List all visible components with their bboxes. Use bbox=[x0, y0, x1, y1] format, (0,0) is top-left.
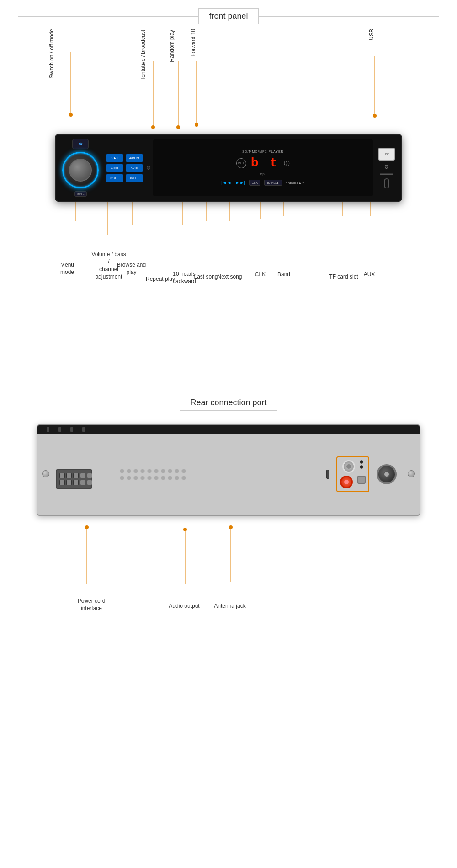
small-dot-2 bbox=[360, 465, 363, 469]
stereo-left-controls: ☎ MUTE bbox=[62, 139, 99, 197]
rear-vent-4 bbox=[82, 427, 85, 432]
power-connector-area bbox=[56, 460, 92, 489]
vh bbox=[147, 469, 152, 473]
vh bbox=[140, 469, 145, 473]
vh bbox=[127, 469, 131, 473]
front-panel-section: front panel bbox=[0, 0, 457, 367]
vh bbox=[133, 476, 138, 480]
label-antenna-jack: Antenna jack bbox=[209, 602, 250, 610]
vh bbox=[154, 469, 159, 473]
vh bbox=[161, 469, 165, 473]
label-usb: USB bbox=[368, 29, 375, 40]
vh bbox=[161, 476, 165, 480]
label-forward-10: Forward 10 bbox=[190, 29, 197, 57]
mp3-icon: mp3 bbox=[260, 172, 267, 176]
vh bbox=[147, 476, 152, 480]
label-switch-on-off: Switch on / off mode bbox=[48, 29, 55, 79]
rca-white-port bbox=[342, 460, 355, 473]
power-button[interactable]: ☎ bbox=[72, 139, 89, 149]
rca-center-w bbox=[346, 464, 351, 469]
vh bbox=[120, 476, 124, 480]
pin-3 bbox=[73, 473, 79, 478]
vh bbox=[120, 469, 124, 473]
small-pin bbox=[326, 470, 329, 479]
button-6[interactable]: 6/+10 bbox=[126, 174, 143, 182]
stereo-unit-wrapper: ☎ MUTE 1/►II 4/RDM 2/INT 5/-10 3/RPT 6/+… bbox=[55, 84, 402, 202]
power-connector bbox=[56, 469, 92, 489]
antenna-center bbox=[383, 471, 390, 477]
label-browse-play: Browse and play bbox=[114, 261, 149, 276]
vent-holes-grid bbox=[120, 469, 186, 480]
pin-10 bbox=[87, 480, 92, 485]
pin-1 bbox=[59, 473, 65, 478]
button-1[interactable]: 1/►II bbox=[106, 154, 123, 162]
rear-panel-header: Rear connection port bbox=[0, 395, 457, 411]
rear-vent-1 bbox=[47, 427, 49, 432]
display-digits: b t bbox=[251, 156, 279, 170]
volume-knob-inner bbox=[69, 159, 92, 182]
rear-vent-3 bbox=[70, 427, 73, 432]
pin-5 bbox=[87, 473, 92, 478]
mute-button[interactable]: MUTE bbox=[74, 191, 87, 197]
rca-bottom-row bbox=[340, 476, 366, 488]
rca-output-box bbox=[336, 456, 369, 492]
usb-port: USB bbox=[378, 148, 395, 161]
button-5[interactable]: 5/-10 bbox=[126, 164, 143, 172]
svg-point-33 bbox=[85, 525, 89, 529]
band-btn[interactable]: BAND▲ bbox=[264, 180, 282, 186]
stereo-display: SD/MMC/MP3 PLAYER RCA b t ((·) mp3 |◄◄ ►… bbox=[153, 139, 373, 196]
pin-8 bbox=[73, 480, 79, 485]
aux-jack bbox=[384, 178, 389, 188]
label-aux: AUX bbox=[360, 271, 378, 278]
next-btn[interactable]: ►►| bbox=[235, 180, 245, 185]
vh bbox=[175, 469, 179, 473]
label-band: Band bbox=[272, 271, 295, 278]
front-panel-title: front panel bbox=[198, 8, 258, 24]
bottom-controls-row: |◄◄ ►►| CLK BAND▲ PRESET▲▼ bbox=[221, 180, 305, 186]
right-screw bbox=[408, 470, 415, 477]
vh bbox=[175, 476, 179, 480]
vh bbox=[127, 476, 131, 480]
rear-panel-diagram: Power cord interface Audio output Antenn… bbox=[23, 411, 434, 685]
label-menu-mode: Menu mode bbox=[53, 261, 81, 276]
label-next-song: Next song bbox=[215, 273, 244, 280]
small-dot-1 bbox=[360, 460, 363, 464]
vh bbox=[181, 469, 186, 473]
clk-btn[interactable]: CLK bbox=[249, 180, 261, 186]
label-tf-card: TF card slot bbox=[325, 273, 362, 280]
prev-btn[interactable]: |◄◄ bbox=[221, 180, 231, 185]
vh bbox=[133, 469, 138, 473]
label-clk: CLK bbox=[248, 271, 273, 278]
screw-terminal bbox=[357, 476, 366, 484]
tf-slot bbox=[380, 173, 393, 175]
rear-panel-title: Rear connection port bbox=[180, 395, 277, 411]
ir-sensor bbox=[147, 166, 150, 170]
label-power-cord: Power cord interface bbox=[69, 597, 114, 612]
pin-4 bbox=[80, 473, 85, 478]
stereo-unit: ☎ MUTE 1/►II 4/RDM 2/INT 5/-10 3/RPT 6/+… bbox=[55, 134, 402, 202]
button-4[interactable]: 4/RDM bbox=[126, 154, 143, 162]
button-3[interactable]: 3/RPT bbox=[106, 174, 123, 182]
rear-vent-2 bbox=[58, 427, 61, 432]
preset-label: PRESET▲▼ bbox=[286, 181, 305, 184]
rear-unit bbox=[37, 424, 420, 516]
antenna-jack bbox=[377, 464, 397, 484]
rca-red-port bbox=[340, 476, 353, 488]
pin-6 bbox=[59, 480, 65, 485]
left-screw bbox=[42, 470, 49, 477]
pin-2 bbox=[66, 473, 72, 478]
rear-panel-section: Rear connection port bbox=[0, 395, 457, 685]
svg-point-37 bbox=[229, 525, 233, 529]
rear-top-strip bbox=[37, 425, 420, 434]
vh bbox=[140, 476, 145, 480]
display-title: SD/MMC/MP3 PLAYER bbox=[242, 150, 284, 153]
label-audio-output: Audio output bbox=[164, 602, 205, 610]
vh bbox=[168, 469, 172, 473]
small-dots bbox=[360, 460, 363, 473]
rca-top-row bbox=[342, 460, 363, 473]
sd-slot-label: SD bbox=[385, 164, 388, 169]
stereo-right-ports: USB SD bbox=[378, 148, 395, 188]
button-2[interactable]: 2/INT bbox=[106, 164, 123, 172]
volume-knob[interactable] bbox=[62, 152, 99, 188]
rca-center-r bbox=[344, 480, 349, 484]
